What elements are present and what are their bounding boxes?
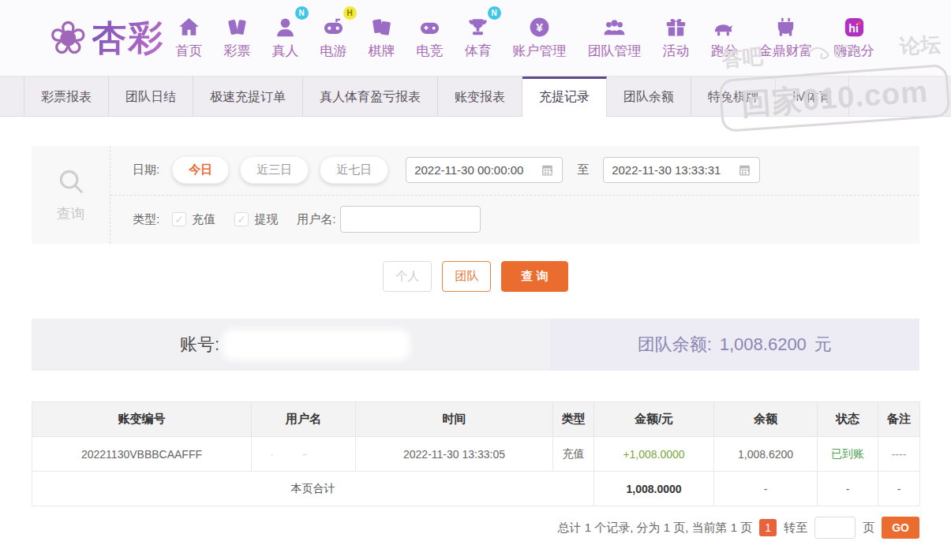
nav-item-首页[interactable]: 首页 [176,11,203,60]
records-table-wrap: 账变编号 用户名 时间 类型 金额/元 余额 状态 备注 20221130VBB… [32,401,919,506]
search-caption: 查询 [57,204,85,223]
type-filter-row: 类型: ✓ 充值 ✓ 提现 用户名: [110,196,919,245]
tab-IM体育[interactable]: IM体育 [776,77,849,116]
nav-item-label: 金鼎财富 [759,42,813,60]
tab-真人体育盈亏报表[interactable]: 真人体育盈亏报表 [303,77,438,116]
cell-change-id: 20221130VBBBCAAFFF [32,437,252,472]
summary-balance: - [714,472,818,506]
nav-item-label: 账户管理 [513,42,567,60]
range-today-button[interactable]: 今日 [172,156,229,184]
esports-icon [417,11,444,39]
svg-text:hi: hi [848,22,859,35]
nav-item-label: 彩票 [224,42,251,60]
pagination: 总计 1 个记录, 分为 1 页, 当前第 1 页 1 转至 页 GO [32,517,919,539]
range-3days-button[interactable]: 近三日 [240,156,309,184]
rhino-icon [711,11,738,39]
calendar-icon[interactable] [541,163,554,177]
deposit-checkbox[interactable]: ✓ 充值 [172,212,215,227]
cell-time: 2022-11-30 13:33:05 [356,437,553,472]
flower-logo-icon: ❀ [49,15,88,61]
tab-团队日结[interactable]: 团队日结 [109,77,193,116]
slot-games-icon: H [320,11,347,39]
nav-menu: 首页彩票N真人H电游棋牌电竞N体育¥账户管理团队管理活动跑分金鼎财富hi嗨跑分 [176,11,874,65]
home-icon [176,11,203,39]
table-row: 20221130VBBBCAAFFF ·﹣ 2022-11-30 13:33:0… [32,437,920,472]
pagination-summary: 总计 1 个记录, 分为 1 页, 当前第 1 页 [558,521,753,536]
date-to-field[interactable] [603,157,760,183]
treasure-icon [759,11,813,39]
tab-团队余额[interactable]: 团队余额 [607,77,691,116]
nav-item-label: 跑分 [711,42,738,60]
col-balance: 余额 [714,402,818,437]
page-1-button[interactable]: 1 [759,519,777,536]
goto-page-input[interactable] [814,517,856,539]
tab-彩票报表[interactable]: 彩票报表 [24,77,109,116]
username-input[interactable] [340,206,481,233]
card-games-icon [369,11,395,39]
goto-label: 转至 [784,521,807,536]
date-to-input[interactable] [612,163,730,177]
cell-amount: +1,008.0000 [594,437,714,472]
nav-item-label: 棋牌 [369,42,395,60]
nav-item-跑分[interactable]: 跑分 [711,11,738,60]
nav-item-账户管理[interactable]: ¥账户管理 [513,11,567,60]
summary-amount: 1,008.0000 [594,472,714,506]
lottery-ticket-icon [224,11,251,39]
nav-item-团队管理[interactable]: 团队管理 [588,11,642,60]
gift-icon [663,11,690,39]
nav-item-嗨跑分[interactable]: hi嗨跑分 [834,11,874,60]
date-from-field[interactable] [406,157,563,183]
type-label: 类型: [133,212,159,227]
nav-item-电游[interactable]: H电游 [320,11,347,60]
nav-item-活动[interactable]: 活动 [663,11,690,60]
username-label: 用户名: [297,212,335,227]
hi-app-icon: hi [834,11,874,39]
nav-item-电竞[interactable]: 电竞 [417,11,444,60]
team-balance-block: 团队余额: 1,008.6200 元 [550,319,920,371]
team-balance-unit: 元 [814,333,832,357]
withdraw-checkbox[interactable]: ✓ 提现 [234,212,278,227]
live-person-icon: N [272,11,299,39]
personal-button[interactable]: 个人 [383,261,432,292]
date-label: 日期: [133,162,159,177]
range-7days-button[interactable]: 近七日 [320,156,388,184]
date-filter-row: 日期: 今日 近三日 近七日 至 [110,146,919,196]
badge-h-icon: H [343,6,357,20]
brand-name: 杏彩 [92,15,165,62]
checkbox-check-icon: ✓ [172,212,186,226]
team-balance-label: 团队余额: [638,333,712,357]
table-summary-row: 本页合计 1,008.0000 - - - [32,472,920,506]
tab-特兔棋牌[interactable]: 特兔棋牌 [691,77,776,116]
sports-trophy-icon: N [465,11,492,39]
action-buttons: 个人 团队 查 询 [0,261,951,292]
query-button[interactable]: 查 询 [501,261,567,292]
badge-n-icon: N [488,6,501,20]
date-from-input[interactable] [414,163,533,177]
brand-logo[interactable]: ❀ 杏彩 [49,15,165,62]
nav-item-真人[interactable]: N真人 [272,11,299,60]
team-button[interactable]: 团队 [442,261,491,292]
account-coin-icon: ¥ [513,11,567,39]
nav-item-label: 团队管理 [588,42,642,60]
nav-item-彩票[interactable]: 彩票 [224,11,251,60]
col-change-id: 账变编号 [32,402,252,437]
nav-item-label: 嗨跑分 [834,42,874,60]
account-summary-bar: 账号: 团队余额: 1,008.6200 元 [32,319,919,371]
nav-item-金鼎财富[interactable]: 金鼎财富 [759,11,813,60]
cell-remark: ---- [878,437,920,472]
go-button[interactable]: GO [882,517,919,539]
nav-item-棋牌[interactable]: 棋牌 [369,11,395,60]
nav-item-label: 电游 [320,42,347,60]
badge-n-icon: N [295,6,309,20]
to-label: 至 [577,162,589,177]
calendar-icon[interactable] [738,163,751,177]
nav-item-体育[interactable]: N体育 [465,11,492,60]
col-time: 时间 [356,402,553,437]
col-remark: 备注 [878,402,920,437]
tab-充提记录[interactable]: 充提记录 [522,77,607,117]
tab-账变报表[interactable]: 账变报表 [438,77,522,116]
report-tabbar: 彩票报表团队日结极速充提订单真人体育盈亏报表账变报表充提记录团队余额特兔棋牌IM… [0,76,951,117]
tab-极速充提订单[interactable]: 极速充提订单 [193,77,303,116]
col-status: 状态 [818,402,878,437]
top-header: ❀ 杏彩 首页彩票N真人H电游棋牌电竞N体育¥账户管理团队管理活动跑分金鼎财富h… [0,0,951,76]
